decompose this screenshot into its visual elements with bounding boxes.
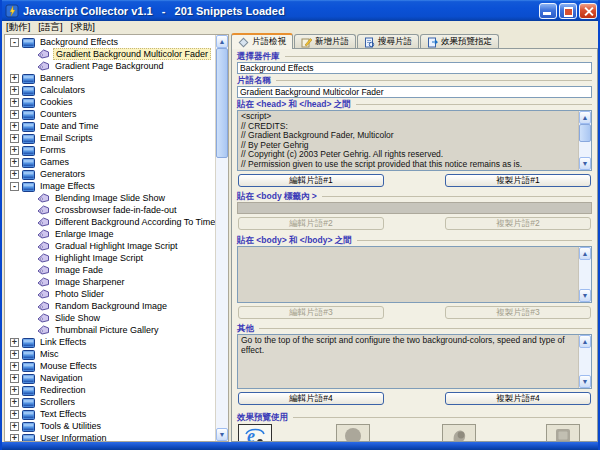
tree-category-row[interactable]: - Image Effects bbox=[5, 180, 215, 192]
misc-box[interactable]: Go to the top of the script and configur… bbox=[237, 334, 592, 389]
minimize-button[interactable] bbox=[539, 3, 557, 19]
category-field[interactable]: Background Effects bbox=[237, 62, 592, 74]
tree-category-row[interactable]: + Mouse Effects bbox=[5, 360, 215, 372]
restore-button[interactable] bbox=[559, 3, 577, 19]
expand-icon[interactable]: + bbox=[10, 110, 19, 119]
tab-assign-preview[interactable]: 效果預覽指定 bbox=[420, 34, 499, 49]
copy-snippet2-button[interactable]: 複製片語#2 bbox=[445, 217, 591, 230]
expand-icon[interactable]: + bbox=[10, 134, 19, 143]
opera-button[interactable] bbox=[442, 424, 476, 442]
snippet-tree[interactable]: - Background Effects Gradient Background… bbox=[5, 36, 215, 441]
head-code-box[interactable]: <script> // CREDITS: // Gradient Backgro… bbox=[237, 110, 592, 171]
mozilla-button[interactable] bbox=[546, 424, 580, 442]
tree-snippet-row[interactable]: Image Sharpener bbox=[5, 276, 215, 288]
scroll-up-icon[interactable]: ▲ bbox=[216, 35, 228, 48]
tree-category-row[interactable]: + User Information bbox=[5, 432, 215, 441]
scroll-down-icon[interactable]: ▼ bbox=[579, 157, 591, 170]
tab-snippet-view[interactable]: 片語檢視 bbox=[231, 33, 293, 49]
tree-category-row[interactable]: + Counters bbox=[5, 108, 215, 120]
expand-icon[interactable]: + bbox=[10, 170, 19, 179]
tree-snippet-row[interactable]: Thumbnail Picture Gallery bbox=[5, 324, 215, 336]
snippet-name-field[interactable]: Gradient Background Multicolor Fader bbox=[237, 86, 592, 98]
scroll-up-icon[interactable]: ▲ bbox=[579, 247, 591, 260]
body-code-box[interactable]: ▲ ▼ bbox=[237, 246, 592, 303]
tree-category-row[interactable]: + Date and Time bbox=[5, 120, 215, 132]
code-scrollbar[interactable]: ▲ ▼ bbox=[578, 247, 591, 302]
tree-category-row[interactable]: + Link Effects bbox=[5, 336, 215, 348]
tab-strip: 片語檢視 新增片語 搜尋片語 bbox=[231, 33, 598, 49]
tree-category-row[interactable]: + Generators bbox=[5, 168, 215, 180]
tree-snippet-row[interactable]: Random Background Image bbox=[5, 300, 215, 312]
tree-snippet-row[interactable]: Blending Image Slide Show bbox=[5, 192, 215, 204]
tree-category-row[interactable]: + Banners bbox=[5, 72, 215, 84]
expand-icon[interactable]: + bbox=[10, 98, 19, 107]
scroll-down-icon[interactable]: ▼ bbox=[216, 428, 228, 441]
internet-explorer-button[interactable]: e bbox=[238, 424, 272, 442]
expand-icon[interactable]: + bbox=[10, 362, 19, 371]
tree-category-row[interactable]: + Forms bbox=[5, 144, 215, 156]
expand-icon[interactable]: + bbox=[10, 398, 19, 407]
edit-snippet3-button[interactable]: 編輯片語#3 bbox=[238, 306, 384, 319]
expand-icon[interactable]: + bbox=[10, 86, 19, 95]
tree-snippet-row[interactable]: Enlarge Image bbox=[5, 228, 215, 240]
collapse-icon[interactable]: - bbox=[10, 38, 19, 47]
expand-icon[interactable]: + bbox=[10, 422, 19, 431]
scroll-up-icon[interactable]: ▲ bbox=[579, 335, 591, 348]
tree-category-row[interactable]: + Misc bbox=[5, 348, 215, 360]
edit-snippet4-button[interactable]: 編輯片語#4 bbox=[238, 392, 384, 405]
close-button[interactable] bbox=[579, 3, 597, 19]
bodytag-field[interactable] bbox=[237, 202, 592, 214]
expand-icon[interactable]: + bbox=[10, 74, 19, 83]
scrollbar-thumb[interactable] bbox=[216, 48, 228, 158]
tree-snippet-row[interactable]: Highlight Image Script bbox=[5, 252, 215, 264]
tree-category-row[interactable]: + Navigation bbox=[5, 372, 215, 384]
tree-category-row[interactable]: + Cookies bbox=[5, 96, 215, 108]
menu-action[interactable]: [動作] bbox=[6, 21, 30, 34]
tree-item-label: User Information bbox=[38, 433, 109, 441]
tree-category-row[interactable]: + Calculators bbox=[5, 84, 215, 96]
tree-snippet-row[interactable]: Gradient Background Multicolor Fader bbox=[5, 48, 215, 60]
tree-snippet-row[interactable]: Different Background According To Time O bbox=[5, 216, 215, 228]
tree-category-row[interactable]: + Scrollers bbox=[5, 396, 215, 408]
scroll-down-icon[interactable]: ▼ bbox=[579, 375, 591, 388]
edit-snippet1-button[interactable]: 編輯片語#1 bbox=[238, 174, 384, 187]
code-scrollbar[interactable]: ▲ ▼ bbox=[578, 111, 591, 170]
tab-add-snippet[interactable]: 新增片語 bbox=[294, 34, 356, 49]
tree-category-row[interactable]: + Redirection bbox=[5, 384, 215, 396]
tree-scrollbar[interactable]: ▲ ▼ bbox=[215, 35, 228, 441]
expand-icon[interactable]: + bbox=[10, 386, 19, 395]
expand-icon[interactable]: + bbox=[10, 122, 19, 131]
tree-snippet-row[interactable]: Photo Slider bbox=[5, 288, 215, 300]
copy-snippet1-button[interactable]: 複製片語#1 bbox=[445, 174, 591, 187]
tree-snippet-row[interactable]: Gradual Highlight Image Script bbox=[5, 240, 215, 252]
expand-icon[interactable]: + bbox=[10, 410, 19, 419]
code-scrollbar[interactable]: ▲ ▼ bbox=[578, 335, 591, 388]
scroll-down-icon[interactable]: ▼ bbox=[579, 289, 591, 302]
tree-snippet-row[interactable]: Crossbrowser fade-in-fade-out bbox=[5, 204, 215, 216]
menu-language[interactable]: [語言] bbox=[38, 21, 62, 34]
copy-snippet4-button[interactable]: 複製片語#4 bbox=[445, 392, 591, 405]
menu-help[interactable]: [求助] bbox=[71, 21, 95, 34]
tab-search-snippet[interactable]: 搜尋片語 bbox=[357, 34, 419, 49]
tree-category-row[interactable]: + Email Scripts bbox=[5, 132, 215, 144]
tree-snippet-row[interactable]: Slide Show bbox=[5, 312, 215, 324]
copy-snippet3-button[interactable]: 複製片語#3 bbox=[445, 306, 591, 319]
scroll-up-icon[interactable]: ▲ bbox=[579, 111, 591, 124]
expand-icon[interactable]: + bbox=[10, 338, 19, 347]
tree-category-row[interactable]: + Text Effects bbox=[5, 408, 215, 420]
expand-icon[interactable]: + bbox=[10, 374, 19, 383]
expand-icon[interactable]: + bbox=[10, 434, 19, 442]
expand-icon[interactable]: + bbox=[10, 146, 19, 155]
collapse-icon[interactable]: - bbox=[10, 182, 19, 191]
tree-category-row[interactable]: + Games bbox=[5, 156, 215, 168]
tree-category-row[interactable]: - Background Effects bbox=[5, 36, 215, 48]
tree-snippet-row[interactable]: Image Fade bbox=[5, 264, 215, 276]
titlebar[interactable]: Javascript Collector v1.1 - 201 Snippets… bbox=[0, 0, 600, 21]
tree-category-row[interactable]: + Tools & Utilities bbox=[5, 420, 215, 432]
tree-snippet-row[interactable]: Gradient Page Background bbox=[5, 60, 215, 72]
expand-icon[interactable]: + bbox=[10, 350, 19, 359]
expand-icon[interactable]: + bbox=[10, 158, 19, 167]
netscape-button[interactable] bbox=[336, 424, 370, 442]
edit-snippet2-button[interactable]: 編輯片語#2 bbox=[238, 217, 384, 230]
scrollbar-thumb[interactable] bbox=[579, 124, 591, 142]
